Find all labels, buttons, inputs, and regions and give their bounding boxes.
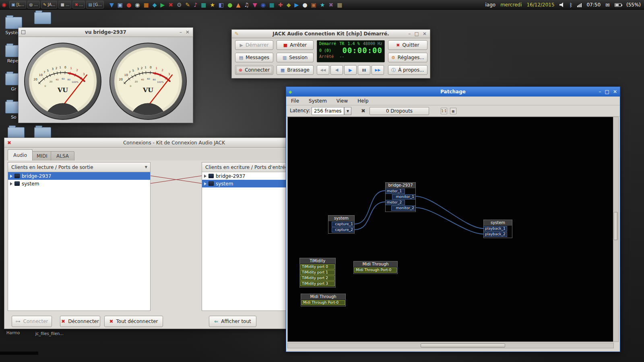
launcher-icon-27[interactable]: ✖	[328, 2, 333, 8]
desktop-label-files[interactable]: jc_files_filen...	[35, 331, 64, 336]
transport-forward-button[interactable]: ▶▶	[372, 65, 384, 75]
panel-menu-icon[interactable]: ◉	[2, 2, 6, 8]
minimize-icon[interactable]: –	[180, 29, 182, 35]
output-pane-header[interactable]: Clients en lecture / Ports de sortie ▼	[8, 162, 150, 172]
vu-window-titlebar[interactable]: vu bridge-2937 – ✕	[18, 27, 193, 37]
minimize-icon[interactable]: –	[599, 89, 601, 95]
port-timidity-0[interactable]: TiMidity port 0	[300, 264, 335, 269]
client-row-bridge-out[interactable]: bridge-2937	[8, 172, 150, 180]
mail-icon[interactable]: ✉	[605, 2, 610, 8]
menu-help[interactable]: Help	[353, 97, 373, 105]
clock-label[interactable]: 07:50	[586, 2, 601, 8]
connect-button[interactable]: ⊗ Connecter	[235, 65, 273, 75]
port-meter-1[interactable]: meter_1	[386, 189, 405, 194]
launcher-icon-1[interactable]: ▼	[109, 2, 114, 8]
hidden-dock-strip[interactable]	[0, 352, 38, 355]
vertical-scrollbar[interactable]	[613, 117, 619, 342]
quit-button[interactable]: ✖ Quitter	[388, 40, 427, 50]
taskbar-window-button-5[interactable]: ✖...	[72, 1, 85, 8]
transport-backward-button[interactable]: ◀	[330, 65, 343, 75]
disconnect-all-button[interactable]: ✖ Tout déconnecter	[104, 316, 163, 327]
launcher-icon-4[interactable]: ◉	[135, 2, 140, 8]
port-midi-through-a0[interactable]: Midi Through Port-0	[354, 267, 397, 273]
dropouts-button[interactable]: 0 Dropouts	[369, 107, 429, 115]
patch-canvas[interactable]: bridge-2937 meter_1 monitor_1 meter_2 mo…	[287, 117, 614, 342]
refresh-button[interactable]: ⇐ Afficher tout	[209, 316, 256, 327]
patchage-titlebar[interactable]: ◆ Patchage – □ ✕	[286, 87, 620, 97]
expander-icon[interactable]	[10, 175, 12, 178]
launcher-icon-24[interactable]: ●	[302, 2, 307, 8]
node-midi-through-b[interactable]: Midi Through Midi Through Port-0	[301, 294, 346, 306]
connect-button[interactable]: ⊶ Connecter	[12, 316, 52, 327]
node-title[interactable]: bridge-2937	[386, 183, 415, 188]
launcher-icon-19[interactable]: ◉	[261, 2, 266, 8]
menu-view[interactable]: View	[332, 97, 353, 105]
disconnect-button[interactable]: ✖ Déconnecter	[60, 316, 100, 327]
vertical-scrollbar-thumb[interactable]	[614, 212, 618, 240]
taskbar-window-button-3[interactable]: ✎JA...	[41, 1, 57, 8]
transport-rewind-start-button[interactable]: ◀◀	[317, 65, 329, 75]
tab-midi[interactable]: MIDI	[31, 151, 53, 160]
session-button[interactable]: ▥ Session	[277, 53, 314, 62]
launcher-icon-5[interactable]: ■	[144, 2, 149, 8]
patch-cable[interactable]	[355, 202, 385, 230]
launcher-icon-21[interactable]: ✚	[278, 2, 283, 8]
client-row-system-out[interactable]: system	[8, 180, 150, 187]
desktop-folder-2[interactable]	[30, 12, 56, 24]
minimize-icon[interactable]: –	[409, 31, 411, 37]
tab-audio[interactable]: Audio	[8, 149, 33, 160]
launcher-icon-14[interactable]: ◧	[219, 2, 224, 8]
node-system-playback[interactable]: system playback_1 playback_2	[483, 220, 512, 238]
taskbar-window-button-2[interactable]: ◎...	[27, 1, 40, 8]
launcher-icon-7[interactable]: ▶	[161, 2, 165, 8]
launcher-icon-12[interactable]: ▦	[201, 2, 206, 8]
expander-icon[interactable]	[10, 182, 12, 185]
latency-combo[interactable]: 256 frames	[312, 107, 344, 115]
wifi-icon[interactable]	[577, 3, 582, 7]
close-icon[interactable]: ✕	[613, 89, 617, 95]
launcher-icon-11[interactable]: ♪	[194, 2, 197, 8]
messages-button[interactable]: ▤ Messages	[235, 53, 273, 62]
patch-cable[interactable]	[416, 208, 483, 234]
patchbay-button[interactable]: ▦ Brassage	[277, 65, 314, 75]
menu-file[interactable]: File	[286, 97, 304, 105]
node-title[interactable]: TiMidity	[300, 258, 335, 264]
launcher-icon-25[interactable]: ▣	[311, 2, 316, 8]
node-title[interactable]: Midi Through	[301, 294, 345, 300]
node-midi-through-a[interactable]: Midi Through Midi Through Port-0	[353, 261, 398, 274]
node-title[interactable]: system	[484, 220, 512, 226]
launcher-icon-28[interactable]: ▦	[337, 2, 342, 8]
start-button[interactable]: ▶ Démarrer	[235, 40, 273, 50]
port-timidity-3[interactable]: TiMidity port 3	[300, 281, 335, 286]
patch-cable[interactable]	[355, 191, 385, 224]
port-capture-2[interactable]: capture_2	[332, 227, 354, 232]
launcher-icon-2[interactable]: ▣	[118, 2, 123, 8]
date-label[interactable]: 16/12/2015	[526, 2, 554, 8]
port-meter-2[interactable]: meter_2	[386, 200, 405, 205]
node-timidity[interactable]: TiMidity TiMidity port 0 TiMidity port 1…	[299, 258, 336, 288]
port-capture-1[interactable]: capture_1	[332, 222, 354, 227]
launcher-icon-10[interactable]: ✎	[186, 2, 190, 8]
port-midi-through-b0[interactable]: Midi Through Port-0	[301, 300, 345, 305]
tab-alsa[interactable]: ALSA	[51, 151, 74, 160]
port-playback-2[interactable]: playback_2	[484, 232, 507, 237]
transport-play-button[interactable]: ▶	[344, 65, 357, 75]
settings-button[interactable]: ⚙ Réglages...	[388, 53, 427, 62]
expander-icon[interactable]	[204, 182, 206, 185]
maximize-icon[interactable]: □	[415, 31, 419, 37]
zoom-fit-icon[interactable]: ▦	[450, 108, 456, 114]
menu-system[interactable]: System	[304, 97, 332, 105]
node-system-capture[interactable]: system capture_1 capture_2	[328, 215, 355, 234]
launcher-icon-22[interactable]: ◆	[287, 2, 291, 8]
maximize-icon[interactable]: □	[605, 89, 609, 95]
launcher-icon-3[interactable]: ●	[126, 2, 131, 8]
launcher-icon-6[interactable]: ◆	[153, 2, 157, 8]
port-monitor-1[interactable]: monitor_1	[392, 194, 415, 200]
horizontal-scrollbar-thumb[interactable]	[421, 343, 505, 348]
battery-icon[interactable]	[615, 3, 621, 7]
volume-icon[interactable]	[559, 2, 565, 7]
launcher-icon-9[interactable]: ⚙	[177, 2, 182, 8]
node-bridge-2937[interactable]: bridge-2937 meter_1 monitor_1 meter_2 mo…	[385, 182, 416, 212]
horizontal-scrollbar[interactable]	[287, 343, 614, 348]
close-icon[interactable]: ✕	[423, 31, 427, 37]
